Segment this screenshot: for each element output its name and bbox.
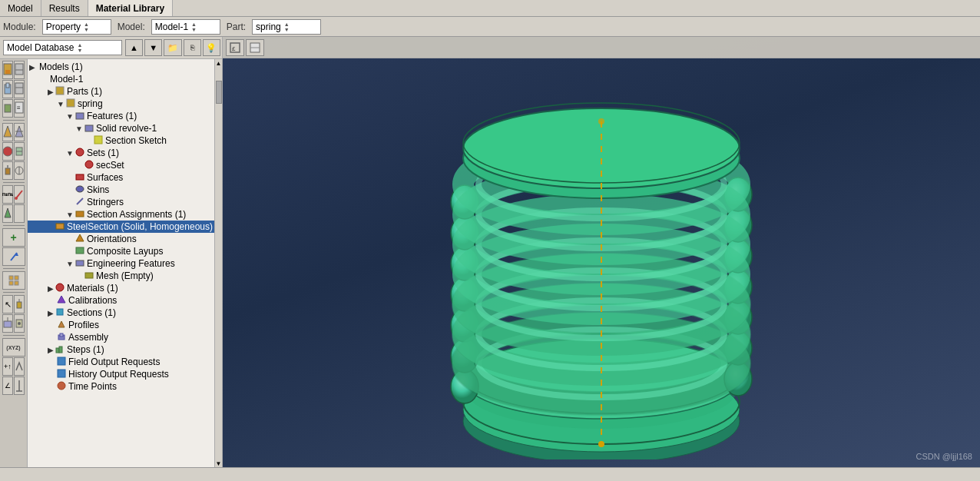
tree-node-icon-secset	[84, 160, 94, 171]
scroll-thumb[interactable]	[216, 81, 222, 104]
vt-btn-3[interactable]	[2, 99, 13, 118]
tree-item-history_output[interactable]: History Output Requests	[28, 368, 214, 380]
tree-item-calibrations[interactable]: Calibrations	[28, 294, 214, 307]
vt-btn-angle[interactable]: ∠	[2, 377, 13, 395]
tree-node-icon-material	[55, 283, 65, 294]
db-down-btn[interactable]: ▼	[144, 39, 162, 56]
main-content: Model Database ▲▼ ▲ ▼ 📁 ⎘ 💡	[0, 37, 980, 467]
vt-btn-7b[interactable]	[14, 185, 25, 204]
tree-item-label: Composite Layups	[87, 246, 163, 257]
scroll-up-arrow[interactable]: ▲	[215, 59, 223, 67]
tree-expand-icon[interactable]: ▶	[48, 88, 54, 96]
vt-btn-xyz2[interactable]: +↑	[2, 357, 13, 376]
vt-btn-lower1[interactable]	[2, 314, 13, 333]
tree-item-label: Features (1)	[87, 111, 137, 121]
tree-expand-icon[interactable]: ▶	[48, 346, 54, 354]
vt-btn-2b[interactable]	[14, 80, 25, 98]
model-selector[interactable]: Model-1 ▲▼	[151, 19, 220, 35]
tree-expand-icon[interactable]: ▼	[66, 112, 74, 121]
part-value: spring	[256, 22, 281, 32]
svg-point-44	[85, 161, 93, 168]
tree-item-steps[interactable]: ▶Steps (1)	[28, 343, 214, 356]
tree-item-models[interactable]: ▶Models (1)	[28, 61, 214, 73]
tree-expand-icon[interactable]: ▶	[29, 63, 35, 71]
tree-item-orientations[interactable]: Orientations	[28, 233, 214, 245]
tree-item-skins[interactable]: Skins	[28, 184, 214, 196]
vt-btn-8[interactable]	[2, 204, 13, 223]
tree-item-assembly[interactable]: Assembly	[28, 331, 214, 343]
vt-btn-1b[interactable]	[14, 61, 25, 79]
tree-item-spring[interactable]: ▼spring	[28, 98, 214, 110]
db-copy-btn[interactable]: ⎘	[184, 39, 201, 56]
tree-expand-icon[interactable]: ▶	[48, 284, 54, 293]
tree-item-solid_revolve[interactable]: ▼Solid revolve-1	[28, 122, 214, 134]
module-selector[interactable]: Property ▲▼	[42, 19, 111, 35]
tree-item-composite_layups[interactable]: Composite Layups	[28, 245, 214, 257]
db-light-btn[interactable]: 💡	[203, 39, 220, 56]
vt-btn-grid[interactable]	[2, 271, 25, 290]
tree-item-features[interactable]: ▼Features (1)	[28, 110, 214, 122]
part-selector[interactable]: spring ▲▼	[252, 19, 321, 35]
vt-btn-2[interactable]	[2, 80, 13, 98]
tree-expand-icon[interactable]: ▼	[57, 100, 65, 108]
scroll-down-arrow[interactable]: ▼	[215, 459, 223, 467]
db-selector[interactable]: Model Database ▲▼	[3, 40, 122, 55]
vt-btn-4[interactable]	[2, 123, 13, 141]
tree-item-profiles[interactable]: Profiles	[28, 319, 214, 331]
vt-btn-5[interactable]	[2, 142, 13, 161]
tree-node-icon-stringer	[75, 197, 84, 207]
tree-expand-icon[interactable]: ▼	[75, 124, 83, 133]
vt-btn-arrow[interactable]	[2, 247, 25, 266]
vt-btn-4b[interactable]	[14, 123, 25, 141]
svg-rect-49	[56, 224, 64, 229]
tree-item-parts[interactable]: ▶Parts (1)	[28, 85, 214, 98]
tree-expand-icon[interactable]: ▶	[48, 309, 54, 317]
tree-item-secset[interactable]: secSet	[28, 159, 214, 171]
tree-node-icon-field-output	[57, 357, 66, 367]
db-up-btn[interactable]: ▲	[125, 39, 143, 56]
vt-btn-6[interactable]	[2, 161, 13, 180]
tree-item-section_assignments[interactable]: ▼Section Assignments (1)	[28, 208, 214, 221]
db-folder-btn[interactable]: 📁	[164, 39, 181, 56]
tree-item-sections[interactable]: ▶Sections (1)	[28, 307, 214, 319]
tree-item-surfaces[interactable]: Surfaces	[28, 171, 214, 184]
tree-item-sets[interactable]: ▼Sets (1)	[28, 147, 214, 159]
vt-btn-rotate[interactable]	[14, 357, 25, 376]
tree-item-steel_section[interactable]: SteelSection (Solid, Homogeneous)	[28, 221, 214, 233]
tree-item-time_points[interactable]: Time Points	[28, 380, 214, 393]
vt-btn-move[interactable]	[14, 295, 25, 313]
svg-rect-52	[76, 260, 84, 266]
tree-item-mesh_empty[interactable]: Mesh (Empty)	[28, 270, 214, 282]
tree-expand-icon[interactable]: ▼	[66, 149, 74, 158]
part-label: Part:	[227, 22, 246, 32]
tree-item-model1[interactable]: Model-1	[28, 73, 214, 85]
vt-btn-5b[interactable]	[14, 142, 25, 161]
tree-item-materials[interactable]: ▶Materials (1)	[28, 282, 214, 294]
svg-rect-51	[76, 247, 84, 254]
vt-btn-cursor[interactable]: ↖	[2, 295, 13, 313]
svg-marker-55	[58, 296, 65, 303]
vt-btn-6b[interactable]	[14, 161, 25, 180]
tree-expand-icon[interactable]: ▼	[66, 260, 74, 268]
vt-btn-plus[interactable]: +	[2, 228, 25, 247]
tree-item-field_output[interactable]: Field Output Requests	[28, 356, 214, 368]
tab-results[interactable]: Results	[41, 0, 88, 16]
vt-btn-8b[interactable]	[14, 204, 25, 223]
vt-btn-3b[interactable]: ≡	[14, 99, 25, 118]
module-label: Module:	[3, 22, 36, 32]
tree-scrollbar[interactable]: ▲ ▼	[214, 59, 222, 467]
tree-expand-icon[interactable]: ▼	[66, 211, 74, 219]
svg-rect-48	[76, 211, 84, 217]
vt-btn-axis[interactable]	[14, 377, 25, 395]
tab-material-library[interactable]: Material Library	[88, 0, 173, 16]
vt-btn-lower2[interactable]	[14, 314, 25, 333]
svg-rect-8	[5, 104, 11, 112]
tree-item-label: Calibrations	[68, 295, 117, 306]
tab-model[interactable]: Model	[0, 0, 41, 16]
tree-item-section_sketch[interactable]: Section Sketch	[28, 134, 214, 147]
vt-btn-xyz[interactable]: (XYZ)	[2, 338, 25, 357]
vt-btn-1[interactable]	[2, 61, 13, 79]
tree-item-engineering_features[interactable]: ▼Engineering Features	[28, 257, 214, 270]
tree-item-stringers[interactable]: Stringers	[28, 196, 214, 208]
vt-btn-7[interactable]: n₂n₁	[2, 185, 13, 204]
